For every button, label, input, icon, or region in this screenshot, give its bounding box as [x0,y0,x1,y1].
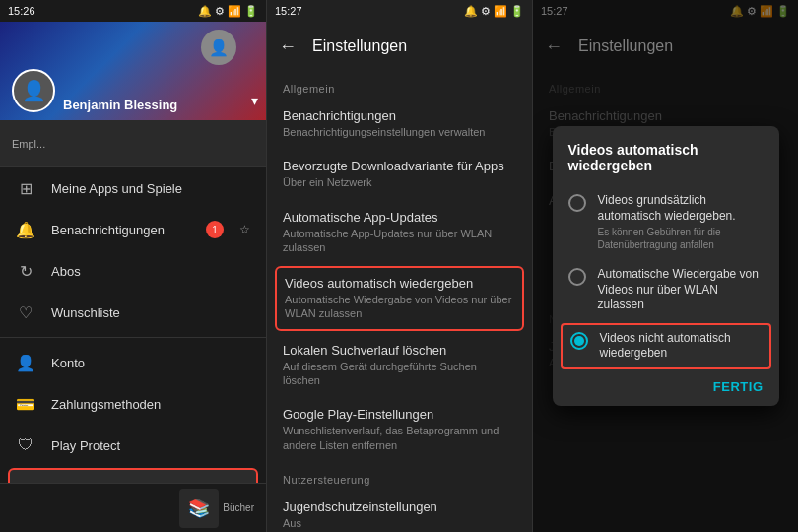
wishlist-icon: ♡ [16,302,35,322]
sidebar-item-playprotect[interactable]: 🛡 Play Protect [0,425,266,466]
autoupdate-title: Automatische App-Updates [283,210,516,225]
playsettings-title: Google Play-Einstellungen [283,407,516,422]
books-bottom-icon: 📚 [179,489,219,528]
clearsearch-title: Lokalen Suchverlauf löschen [283,343,516,358]
autoplay-subtitle: Automatische Wiedergabe von Videos nur ü… [285,293,514,321]
apps-label: Meine Apps und Spiele [51,181,250,196]
subscriptions-label: Abos [51,264,250,279]
autoupdate-subtitle: Automatische App-Updates nur über WLAN z… [283,227,516,255]
option-wlan-text: Automatische Wiedergabe von Videos nur ü… [598,267,764,313]
settings-playsettings[interactable]: Google Play-Einstellungen Wunschlistenve… [267,397,532,462]
nav-menu: ⊞ Meine Apps und Spiele 🔔 Benachrichtigu… [0,167,266,483]
divider-1 [0,337,266,338]
autoplay-title: Videos automatisch wiedergeben [285,276,514,291]
account-icon: 👤 [16,353,35,372]
bottom-bar-panel1: 📚 Bücher [0,483,266,532]
apps-icon: ⊞ [16,178,35,198]
playprotect-label: Play Protect [51,438,250,453]
time-panel1: 15:26 [8,5,35,17]
status-icons-panel1: 🔔 ⚙ 📶 🔋 [198,5,258,18]
settings-clearsearch[interactable]: Lokalen Suchverlauf löschen Auf diesem G… [267,333,532,398]
notifications-label: Benachrichtigungen [51,223,190,237]
settings-parental[interactable]: Jugendschutzeinstellungen Aus [267,490,532,532]
sidebar-item-wishlist[interactable]: ♡ Wunschliste [0,292,266,333]
download-subtitle: Über ein Netzwerk [283,175,516,189]
clearsearch-subtitle: Auf diesem Gerät durchgeführte Suchen lö… [283,360,516,388]
wishlist-label: Wunschliste [51,305,250,320]
playsettings-subtitle: Wunschlistenverlauf, das Betaprogramm un… [283,424,516,452]
account-label: Konto [51,356,250,370]
option-never-text: Videos nicht automatisch wiedergeben [600,331,762,362]
option-always-title: Videos grundsätzlich automatisch wiederg… [598,193,764,224]
profile-dropdown-icon[interactable]: ▾ [251,93,258,108]
settings-title: Einstellungen [312,37,407,55]
sidebar-item-payment[interactable]: 💳 Zahlungsmethoden [0,383,266,425]
panel-settings-dialog: 15:27 🔔 ⚙ 📶 🔋 ← Einstellungen Allgemein … [532,0,798,532]
settings-autoupdate[interactable]: Automatische App-Updates Automatische Ap… [267,200,532,265]
emph-row: Empl... [0,120,266,167]
back-button[interactable]: ← [279,36,297,57]
section-general-label: Allgemein [267,71,532,99]
subscriptions-icon: ↻ [16,261,35,281]
avatar: 👤 [12,69,55,112]
settings-download[interactable]: Bevorzugte Downloadvariante für Apps Übe… [267,149,532,199]
status-icons-panel2: 🔔 ⚙ 📶 🔋 [464,5,524,18]
sidebar-item-settings[interactable]: ⚙ Einstellungen [8,468,258,483]
time-panel2: 15:27 [275,5,302,17]
books-bottom-label: Bücher [223,502,254,513]
parental-title: Jugendschutzeinstellungen [283,499,516,514]
star-icon: ☆ [239,223,250,236]
option-never-title: Videos nicht automatisch wiedergeben [600,331,762,362]
status-bar-panel1: 15:26 🔔 ⚙ 📶 🔋 [0,0,266,22]
dialog-option-always[interactable]: Videos grundsätzlich automatisch wiederg… [553,185,779,259]
sidebar-item-subscriptions[interactable]: ↻ Abos [0,250,266,292]
sidebar-item-apps[interactable]: ⊞ Meine Apps und Spiele [0,167,266,209]
profile-header[interactable]: 👤 👤 Benjamin Blessing ▾ [0,22,266,120]
notifications-subtitle: Benachrichtigungseinstellungen verwalten [283,125,516,139]
avatar-secondary: 👤 [201,30,236,65]
dialog-option-wlan[interactable]: Automatische Wiedergabe von Videos nur ü… [553,259,779,321]
dialog-actions: FERTIG [553,371,779,398]
settings-autoplay[interactable]: Videos automatisch wiedergeben Automatis… [275,266,524,331]
radio-never[interactable] [570,332,588,350]
settings-content: Allgemein Benachrichtigungen Benachricht… [267,71,532,532]
settings-notifications[interactable]: Benachrichtigungen Benachrichtigungseins… [267,99,532,149]
dialog-overlay: Videos automatisch wiedergeben Videos gr… [533,0,798,532]
settings-header: ← Einstellungen [267,22,532,71]
status-bar-panel2: 15:27 🔔 ⚙ 📶 🔋 [267,0,532,22]
sidebar-item-account[interactable]: 👤 Konto [0,342,266,383]
panel-settings: 15:27 🔔 ⚙ 📶 🔋 ← Einstellungen Allgemein … [266,0,532,532]
parental-subtitle: Aus [283,516,516,530]
autoplay-dialog: Videos automatisch wiedergeben Videos gr… [553,126,779,406]
download-title: Bevorzugte Downloadvariante für Apps [283,159,516,173]
radio-always[interactable] [568,194,586,212]
notifications-title: Benachrichtigungen [283,108,516,123]
panel-left: 15:26 🔔 ⚙ 📶 🔋 👤 👤 Benjamin Blessing ▾ Em… [0,0,266,532]
option-always-text: Videos grundsätzlich automatisch wiederg… [598,193,764,251]
payment-icon: 💳 [16,394,35,414]
profile-name: Benjamin Blessing [63,98,177,112]
dialog-title: Videos automatisch wiedergeben [553,142,779,185]
radio-wlan[interactable] [568,268,586,286]
playprotect-icon: 🛡 [16,435,35,455]
section-parental-label: Nutzersteuerung [267,462,532,490]
radio-inner-never [574,336,584,346]
dialog-option-never[interactable]: Videos nicht automatisch wiedergeben [561,323,771,369]
dialog-confirm-button[interactable]: FERTIG [713,379,764,394]
notifications-icon: 🔔 [16,220,35,239]
option-always-subtitle: Es können Gebühren für die Datenübertrag… [598,226,764,251]
notification-badge: 1 [206,221,224,238]
sidebar-item-notifications[interactable]: 🔔 Benachrichtigungen 1 ☆ [0,209,266,250]
option-wlan-title: Automatische Wiedergabe von Videos nur ü… [598,267,764,313]
payment-label: Zahlungsmethoden [51,397,250,412]
